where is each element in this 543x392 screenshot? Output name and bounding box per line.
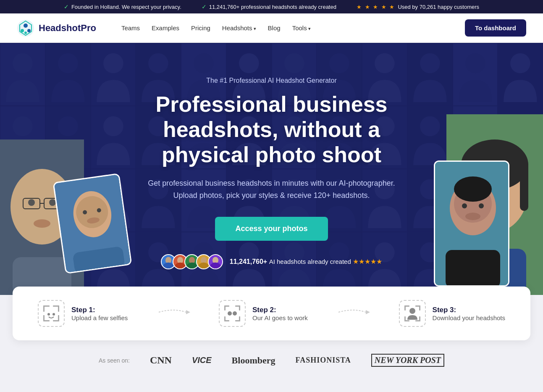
svg-rect-125 xyxy=(404,305,406,310)
hero-photo-card-left xyxy=(52,173,132,274)
dashboard-button[interactable]: To dashboard xyxy=(465,19,526,37)
svg-point-2 xyxy=(24,24,28,28)
step-2-icon xyxy=(219,300,246,327)
avatar-5 xyxy=(208,254,223,269)
step-3-title: Step 3: xyxy=(433,306,505,314)
nav-link-pricing[interactable]: Pricing xyxy=(191,24,210,32)
banner-item-3: ★ ★ ★ ★ ★ Used by 70,261 happy customers xyxy=(357,4,479,10)
nav-item-examples[interactable]: Examples xyxy=(152,24,179,32)
avatar-group xyxy=(161,254,223,269)
check-icon-1: ✓ xyxy=(64,3,69,10)
svg-point-111 xyxy=(52,313,55,316)
nav-link-examples[interactable]: Examples xyxy=(152,24,179,32)
svg-point-56 xyxy=(28,199,35,206)
svg-point-121 xyxy=(228,311,232,316)
logo-text: HeadshotPro xyxy=(39,23,96,34)
svg-point-85 xyxy=(465,213,480,220)
step-1-desc: Upload a few selfies xyxy=(71,314,128,321)
press-logo-vice: VICE xyxy=(192,355,212,365)
svg-rect-116 xyxy=(239,305,240,310)
hero-photo-card-right xyxy=(434,160,509,287)
nav-item-tools[interactable]: Tools xyxy=(292,24,311,32)
hero-bg-cell xyxy=(45,43,91,106)
step-1-icon xyxy=(38,300,65,327)
svg-point-83 xyxy=(462,203,467,208)
svg-rect-86 xyxy=(446,250,500,287)
photo-card-right-svg xyxy=(435,162,509,287)
steps-section: Step 1: Upload a few selfies xyxy=(13,287,530,340)
svg-rect-77 xyxy=(520,160,528,211)
step-3: Step 3: Download your headshots xyxy=(399,300,505,327)
step-arrow-2 xyxy=(336,306,370,321)
press-logo-cnn: CNN xyxy=(150,355,172,366)
nav-item-blog[interactable]: Blog xyxy=(268,24,281,32)
svg-point-4 xyxy=(27,29,31,32)
hero-social-proof: 11,241,760+ AI headshots already created… xyxy=(125,254,419,269)
svg-point-17 xyxy=(510,53,530,74)
press-logo-fashionista: FASHIONISTA xyxy=(295,356,351,365)
banner-item-1: ✓ Founded in Holland. We respect your pr… xyxy=(64,3,181,10)
navigation: HeadshotPro Teams Examples Pricing Heads… xyxy=(0,13,543,43)
top-banner: ✓ Founded in Holland. We respect your pr… xyxy=(0,0,543,13)
nav-link-headshots[interactable]: Headshots xyxy=(222,24,256,32)
svg-point-16 xyxy=(465,53,485,74)
svg-point-12 xyxy=(284,53,304,74)
svg-point-14 xyxy=(375,53,395,74)
svg-rect-120 xyxy=(239,316,240,321)
step-1-text: Step 1: Upload a few selfies xyxy=(71,306,128,321)
as-seen-on-label: As seen on: xyxy=(99,357,130,364)
banner-text-3: Used by 70,261 happy customers xyxy=(398,4,479,10)
svg-point-132 xyxy=(409,308,415,314)
svg-rect-127 xyxy=(419,305,420,310)
press-logo-bloomberg: Bloomberg xyxy=(232,355,275,366)
svg-rect-103 xyxy=(43,305,45,312)
svg-point-110 xyxy=(47,313,50,316)
svg-marker-112 xyxy=(186,310,190,314)
proof-text: AI headshots already created xyxy=(269,258,351,265)
hero-bg-cell xyxy=(0,43,45,106)
logo-icon xyxy=(17,19,34,37)
nav-item-teams[interactable]: Teams xyxy=(121,24,140,32)
step-2-text: Step 2: Our AI goes to work xyxy=(252,306,308,321)
svg-point-10 xyxy=(194,53,214,74)
hero-description: Get professional business headshots in m… xyxy=(125,177,419,202)
svg-rect-118 xyxy=(224,316,226,321)
svg-point-61 xyxy=(34,219,50,228)
hero-cta-button[interactable]: Access your photos xyxy=(215,217,328,241)
step-3-icon xyxy=(399,300,426,327)
hero-desc-line1: Get professional business headshots in m… xyxy=(148,179,395,187)
svg-point-15 xyxy=(420,53,440,74)
as-seen-on-section: As seen on: CNN VICE Bloomberg FASHIONIS… xyxy=(0,340,543,380)
svg-point-8 xyxy=(103,53,123,74)
hero-bg-cell xyxy=(453,43,498,106)
hero-title: Professional business headshots, without… xyxy=(125,92,419,167)
svg-rect-105 xyxy=(58,305,59,312)
proof-count: 11,241,760+ xyxy=(230,258,267,265)
nav-link-blog[interactable]: Blog xyxy=(268,24,281,32)
step-1-title: Step 1: xyxy=(71,306,128,314)
nav-item-headshots[interactable]: Headshots xyxy=(222,24,256,32)
step-3-desc: Download your headshots xyxy=(433,314,505,321)
svg-point-20 xyxy=(103,116,123,137)
svg-point-5 xyxy=(24,32,27,34)
svg-point-82 xyxy=(454,176,492,202)
svg-point-6 xyxy=(13,53,33,74)
step-arrow-1 xyxy=(157,306,190,321)
banner-text-2: 11,241,760+ professional headshots alrea… xyxy=(209,4,336,10)
nav-item-pricing[interactable]: Pricing xyxy=(191,24,210,32)
svg-rect-109 xyxy=(58,315,59,321)
hero-section: // We'll generate bg cells via JS after … xyxy=(0,43,543,295)
hero-desc-line2: Upload photos, pick your styles & receiv… xyxy=(173,191,370,200)
banner-item-2: ✓ 11,241,760+ professional headshots alr… xyxy=(202,3,336,10)
nav-link-teams[interactable]: Teams xyxy=(121,24,140,32)
svg-point-13 xyxy=(329,53,349,74)
svg-point-19 xyxy=(58,116,78,137)
svg-point-3 xyxy=(21,29,24,32)
nav-link-tools[interactable]: Tools xyxy=(292,24,311,32)
banner-stars: ★ ★ ★ ★ ★ xyxy=(357,4,395,10)
logo-link[interactable]: HeadshotPro xyxy=(17,19,96,37)
svg-rect-129 xyxy=(404,316,406,321)
svg-point-84 xyxy=(479,203,484,208)
nav-links: Teams Examples Pricing Headshots Blog To… xyxy=(121,24,311,32)
check-icon-2: ✓ xyxy=(202,3,207,10)
